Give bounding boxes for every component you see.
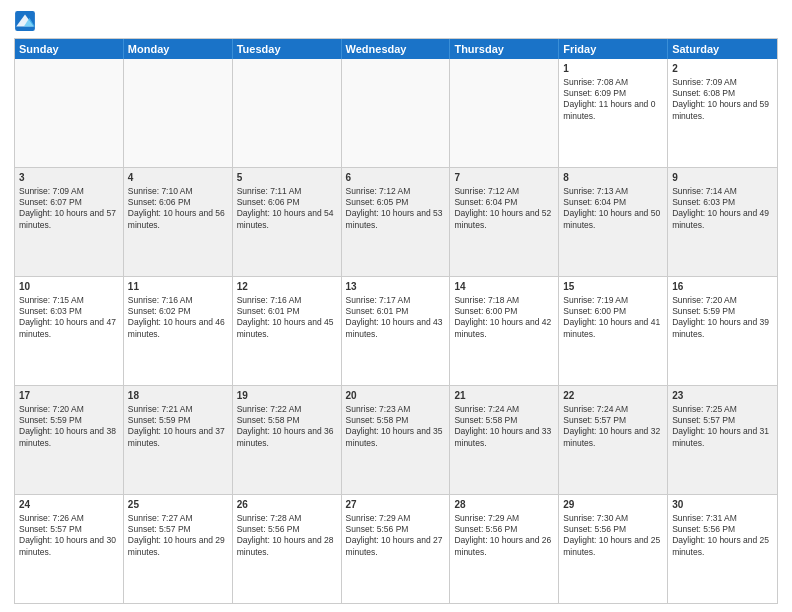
- day-info: Sunrise: 7:14 AM Sunset: 6:03 PM Dayligh…: [672, 186, 769, 230]
- day-cell-2: 2Sunrise: 7:09 AM Sunset: 6:08 PM Daylig…: [668, 59, 777, 167]
- day-cell-7: 7Sunrise: 7:12 AM Sunset: 6:04 PM Daylig…: [450, 168, 559, 276]
- header-day-friday: Friday: [559, 39, 668, 59]
- day-info: Sunrise: 7:18 AM Sunset: 6:00 PM Dayligh…: [454, 295, 551, 339]
- day-number: 12: [237, 280, 337, 294]
- day-number: 7: [454, 171, 554, 185]
- calendar-body: 1Sunrise: 7:08 AM Sunset: 6:09 PM Daylig…: [15, 59, 777, 603]
- day-cell-4: 4Sunrise: 7:10 AM Sunset: 6:06 PM Daylig…: [124, 168, 233, 276]
- day-info: Sunrise: 7:29 AM Sunset: 5:56 PM Dayligh…: [454, 513, 551, 557]
- day-number: 25: [128, 498, 228, 512]
- week-row-1: 1Sunrise: 7:08 AM Sunset: 6:09 PM Daylig…: [15, 59, 777, 168]
- week-row-4: 17Sunrise: 7:20 AM Sunset: 5:59 PM Dayli…: [15, 386, 777, 495]
- week-row-2: 3Sunrise: 7:09 AM Sunset: 6:07 PM Daylig…: [15, 168, 777, 277]
- day-number: 11: [128, 280, 228, 294]
- day-cell-17: 17Sunrise: 7:20 AM Sunset: 5:59 PM Dayli…: [15, 386, 124, 494]
- day-number: 3: [19, 171, 119, 185]
- day-cell-1: 1Sunrise: 7:08 AM Sunset: 6:09 PM Daylig…: [559, 59, 668, 167]
- day-number: 27: [346, 498, 446, 512]
- day-info: Sunrise: 7:21 AM Sunset: 5:59 PM Dayligh…: [128, 404, 225, 448]
- day-cell-10: 10Sunrise: 7:15 AM Sunset: 6:03 PM Dayli…: [15, 277, 124, 385]
- day-info: Sunrise: 7:19 AM Sunset: 6:00 PM Dayligh…: [563, 295, 660, 339]
- day-info: Sunrise: 7:23 AM Sunset: 5:58 PM Dayligh…: [346, 404, 443, 448]
- day-cell-13: 13Sunrise: 7:17 AM Sunset: 6:01 PM Dayli…: [342, 277, 451, 385]
- day-info: Sunrise: 7:15 AM Sunset: 6:03 PM Dayligh…: [19, 295, 116, 339]
- day-cell-8: 8Sunrise: 7:13 AM Sunset: 6:04 PM Daylig…: [559, 168, 668, 276]
- day-cell-14: 14Sunrise: 7:18 AM Sunset: 6:00 PM Dayli…: [450, 277, 559, 385]
- logo-icon: [14, 10, 36, 32]
- calendar-header: SundayMondayTuesdayWednesdayThursdayFrid…: [15, 39, 777, 59]
- day-number: 30: [672, 498, 773, 512]
- header-day-wednesday: Wednesday: [342, 39, 451, 59]
- header-day-monday: Monday: [124, 39, 233, 59]
- day-info: Sunrise: 7:17 AM Sunset: 6:01 PM Dayligh…: [346, 295, 443, 339]
- day-info: Sunrise: 7:28 AM Sunset: 5:56 PM Dayligh…: [237, 513, 334, 557]
- day-info: Sunrise: 7:09 AM Sunset: 6:07 PM Dayligh…: [19, 186, 116, 230]
- day-cell-18: 18Sunrise: 7:21 AM Sunset: 5:59 PM Dayli…: [124, 386, 233, 494]
- day-number: 5: [237, 171, 337, 185]
- empty-cell: [342, 59, 451, 167]
- day-number: 8: [563, 171, 663, 185]
- day-cell-24: 24Sunrise: 7:26 AM Sunset: 5:57 PM Dayli…: [15, 495, 124, 603]
- day-cell-9: 9Sunrise: 7:14 AM Sunset: 6:03 PM Daylig…: [668, 168, 777, 276]
- day-number: 23: [672, 389, 773, 403]
- day-info: Sunrise: 7:16 AM Sunset: 6:01 PM Dayligh…: [237, 295, 334, 339]
- day-number: 10: [19, 280, 119, 294]
- empty-cell: [233, 59, 342, 167]
- day-info: Sunrise: 7:16 AM Sunset: 6:02 PM Dayligh…: [128, 295, 225, 339]
- day-cell-26: 26Sunrise: 7:28 AM Sunset: 5:56 PM Dayli…: [233, 495, 342, 603]
- day-info: Sunrise: 7:29 AM Sunset: 5:56 PM Dayligh…: [346, 513, 443, 557]
- week-row-5: 24Sunrise: 7:26 AM Sunset: 5:57 PM Dayli…: [15, 495, 777, 603]
- day-cell-15: 15Sunrise: 7:19 AM Sunset: 6:00 PM Dayli…: [559, 277, 668, 385]
- day-cell-21: 21Sunrise: 7:24 AM Sunset: 5:58 PM Dayli…: [450, 386, 559, 494]
- day-number: 13: [346, 280, 446, 294]
- day-cell-27: 27Sunrise: 7:29 AM Sunset: 5:56 PM Dayli…: [342, 495, 451, 603]
- day-info: Sunrise: 7:24 AM Sunset: 5:58 PM Dayligh…: [454, 404, 551, 448]
- day-cell-20: 20Sunrise: 7:23 AM Sunset: 5:58 PM Dayli…: [342, 386, 451, 494]
- day-info: Sunrise: 7:13 AM Sunset: 6:04 PM Dayligh…: [563, 186, 660, 230]
- day-number: 9: [672, 171, 773, 185]
- day-cell-5: 5Sunrise: 7:11 AM Sunset: 6:06 PM Daylig…: [233, 168, 342, 276]
- day-number: 21: [454, 389, 554, 403]
- day-info: Sunrise: 7:26 AM Sunset: 5:57 PM Dayligh…: [19, 513, 116, 557]
- day-info: Sunrise: 7:09 AM Sunset: 6:08 PM Dayligh…: [672, 77, 769, 121]
- day-info: Sunrise: 7:24 AM Sunset: 5:57 PM Dayligh…: [563, 404, 660, 448]
- day-number: 28: [454, 498, 554, 512]
- day-number: 20: [346, 389, 446, 403]
- day-cell-16: 16Sunrise: 7:20 AM Sunset: 5:59 PM Dayli…: [668, 277, 777, 385]
- header-day-thursday: Thursday: [450, 39, 559, 59]
- day-number: 15: [563, 280, 663, 294]
- day-number: 26: [237, 498, 337, 512]
- day-info: Sunrise: 7:11 AM Sunset: 6:06 PM Dayligh…: [237, 186, 334, 230]
- empty-cell: [15, 59, 124, 167]
- day-cell-12: 12Sunrise: 7:16 AM Sunset: 6:01 PM Dayli…: [233, 277, 342, 385]
- week-row-3: 10Sunrise: 7:15 AM Sunset: 6:03 PM Dayli…: [15, 277, 777, 386]
- empty-cell: [450, 59, 559, 167]
- day-number: 1: [563, 62, 663, 76]
- day-cell-28: 28Sunrise: 7:29 AM Sunset: 5:56 PM Dayli…: [450, 495, 559, 603]
- day-cell-30: 30Sunrise: 7:31 AM Sunset: 5:56 PM Dayli…: [668, 495, 777, 603]
- day-number: 22: [563, 389, 663, 403]
- day-number: 14: [454, 280, 554, 294]
- header-day-tuesday: Tuesday: [233, 39, 342, 59]
- day-cell-6: 6Sunrise: 7:12 AM Sunset: 6:05 PM Daylig…: [342, 168, 451, 276]
- header-day-saturday: Saturday: [668, 39, 777, 59]
- day-cell-19: 19Sunrise: 7:22 AM Sunset: 5:58 PM Dayli…: [233, 386, 342, 494]
- day-info: Sunrise: 7:10 AM Sunset: 6:06 PM Dayligh…: [128, 186, 225, 230]
- day-cell-3: 3Sunrise: 7:09 AM Sunset: 6:07 PM Daylig…: [15, 168, 124, 276]
- day-info: Sunrise: 7:22 AM Sunset: 5:58 PM Dayligh…: [237, 404, 334, 448]
- page: SundayMondayTuesdayWednesdayThursdayFrid…: [0, 0, 792, 612]
- calendar: SundayMondayTuesdayWednesdayThursdayFrid…: [14, 38, 778, 604]
- day-number: 19: [237, 389, 337, 403]
- day-info: Sunrise: 7:12 AM Sunset: 6:04 PM Dayligh…: [454, 186, 551, 230]
- day-cell-22: 22Sunrise: 7:24 AM Sunset: 5:57 PM Dayli…: [559, 386, 668, 494]
- day-number: 2: [672, 62, 773, 76]
- day-number: 4: [128, 171, 228, 185]
- day-info: Sunrise: 7:25 AM Sunset: 5:57 PM Dayligh…: [672, 404, 769, 448]
- header-day-sunday: Sunday: [15, 39, 124, 59]
- day-number: 29: [563, 498, 663, 512]
- day-info: Sunrise: 7:20 AM Sunset: 5:59 PM Dayligh…: [19, 404, 116, 448]
- day-info: Sunrise: 7:30 AM Sunset: 5:56 PM Dayligh…: [563, 513, 660, 557]
- day-number: 17: [19, 389, 119, 403]
- day-info: Sunrise: 7:27 AM Sunset: 5:57 PM Dayligh…: [128, 513, 225, 557]
- day-cell-25: 25Sunrise: 7:27 AM Sunset: 5:57 PM Dayli…: [124, 495, 233, 603]
